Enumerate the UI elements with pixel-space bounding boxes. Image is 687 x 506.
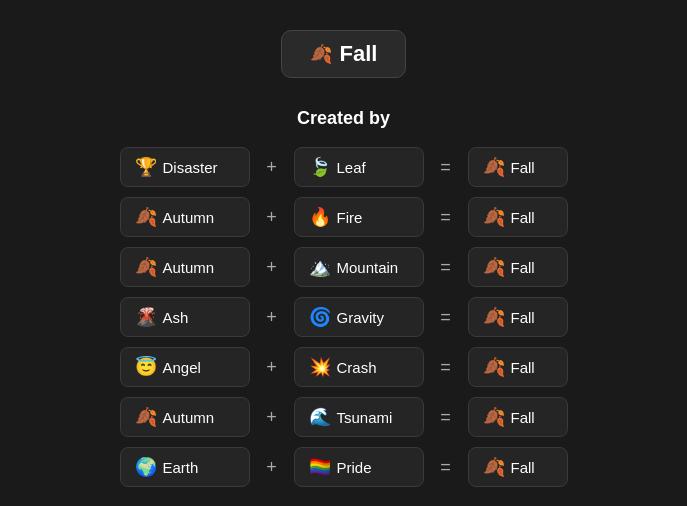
right-emoji-4: 💥 bbox=[309, 356, 331, 378]
plus-operator-3: + bbox=[264, 307, 280, 328]
left-element-3[interactable]: 🌋 Ash bbox=[120, 297, 250, 337]
equals-operator-1: = bbox=[438, 207, 454, 228]
result-element-4[interactable]: 🍂 Fall bbox=[468, 347, 568, 387]
table-row: 🍂 Autumn + 🔥 Fire = 🍂 Fall bbox=[120, 197, 568, 237]
right-label-0: Leaf bbox=[337, 159, 366, 176]
right-label-1: Fire bbox=[337, 209, 363, 226]
left-emoji-3: 🌋 bbox=[135, 306, 157, 328]
plus-operator-2: + bbox=[264, 257, 280, 278]
right-emoji-3: 🌀 bbox=[309, 306, 331, 328]
right-emoji-5: 🌊 bbox=[309, 406, 331, 428]
result-label-5: Fall bbox=[511, 409, 535, 426]
equals-operator-2: = bbox=[438, 257, 454, 278]
left-emoji-6: 🌍 bbox=[135, 456, 157, 478]
left-emoji-0: 🏆 bbox=[135, 156, 157, 178]
right-element-1[interactable]: 🔥 Fire bbox=[294, 197, 424, 237]
left-emoji-5: 🍂 bbox=[135, 406, 157, 428]
left-label-6: Earth bbox=[163, 459, 199, 476]
equals-operator-6: = bbox=[438, 457, 454, 478]
title-container: 🍂 Fall bbox=[281, 30, 407, 78]
table-row: 😇 Angel + 💥 Crash = 🍂 Fall bbox=[120, 347, 568, 387]
result-emoji-1: 🍂 bbox=[483, 206, 505, 228]
result-label-3: Fall bbox=[511, 309, 535, 326]
result-label-6: Fall bbox=[511, 459, 535, 476]
left-element-4[interactable]: 😇 Angel bbox=[120, 347, 250, 387]
right-element-4[interactable]: 💥 Crash bbox=[294, 347, 424, 387]
result-element-3[interactable]: 🍂 Fall bbox=[468, 297, 568, 337]
left-label-4: Angel bbox=[163, 359, 201, 376]
left-emoji-4: 😇 bbox=[135, 356, 157, 378]
section-label: Created by bbox=[297, 108, 390, 129]
equals-operator-0: = bbox=[438, 157, 454, 178]
result-label-1: Fall bbox=[511, 209, 535, 226]
result-emoji-2: 🍂 bbox=[483, 256, 505, 278]
equals-operator-5: = bbox=[438, 407, 454, 428]
right-emoji-2: 🏔️ bbox=[309, 256, 331, 278]
right-label-6: Pride bbox=[337, 459, 372, 476]
table-row: 🏆 Disaster + 🍃 Leaf = 🍂 Fall bbox=[120, 147, 568, 187]
result-element-1[interactable]: 🍂 Fall bbox=[468, 197, 568, 237]
result-element-2[interactable]: 🍂 Fall bbox=[468, 247, 568, 287]
equals-operator-4: = bbox=[438, 357, 454, 378]
left-element-5[interactable]: 🍂 Autumn bbox=[120, 397, 250, 437]
table-row: 🍂 Autumn + 🏔️ Mountain = 🍂 Fall bbox=[120, 247, 568, 287]
title-emoji: 🍂 bbox=[310, 43, 332, 65]
left-label-1: Autumn bbox=[163, 209, 215, 226]
right-emoji-1: 🔥 bbox=[309, 206, 331, 228]
result-element-5[interactable]: 🍂 Fall bbox=[468, 397, 568, 437]
result-emoji-3: 🍂 bbox=[483, 306, 505, 328]
left-label-2: Autumn bbox=[163, 259, 215, 276]
left-label-0: Disaster bbox=[163, 159, 218, 176]
table-row: 🍂 Autumn + 🌊 Tsunami = 🍂 Fall bbox=[120, 397, 568, 437]
result-label-2: Fall bbox=[511, 259, 535, 276]
table-row: 🌋 Ash + 🌀 Gravity = 🍂 Fall bbox=[120, 297, 568, 337]
right-element-0[interactable]: 🍃 Leaf bbox=[294, 147, 424, 187]
equals-operator-3: = bbox=[438, 307, 454, 328]
right-emoji-6: 🏳️‍🌈 bbox=[309, 456, 331, 478]
left-element-6[interactable]: 🌍 Earth bbox=[120, 447, 250, 487]
right-element-5[interactable]: 🌊 Tsunami bbox=[294, 397, 424, 437]
result-emoji-0: 🍂 bbox=[483, 156, 505, 178]
right-element-6[interactable]: 🏳️‍🌈 Pride bbox=[294, 447, 424, 487]
left-element-2[interactable]: 🍂 Autumn bbox=[120, 247, 250, 287]
left-label-5: Autumn bbox=[163, 409, 215, 426]
right-emoji-0: 🍃 bbox=[309, 156, 331, 178]
result-element-6[interactable]: 🍂 Fall bbox=[468, 447, 568, 487]
plus-operator-4: + bbox=[264, 357, 280, 378]
left-label-3: Ash bbox=[163, 309, 189, 326]
left-emoji-2: 🍂 bbox=[135, 256, 157, 278]
right-label-2: Mountain bbox=[337, 259, 399, 276]
left-element-0[interactable]: 🏆 Disaster bbox=[120, 147, 250, 187]
result-label-0: Fall bbox=[511, 159, 535, 176]
plus-operator-1: + bbox=[264, 207, 280, 228]
left-emoji-1: 🍂 bbox=[135, 206, 157, 228]
result-emoji-6: 🍂 bbox=[483, 456, 505, 478]
plus-operator-5: + bbox=[264, 407, 280, 428]
right-element-2[interactable]: 🏔️ Mountain bbox=[294, 247, 424, 287]
right-label-3: Gravity bbox=[337, 309, 385, 326]
title-label: Fall bbox=[340, 41, 378, 67]
table-row: 🌍 Earth + 🏳️‍🌈 Pride = 🍂 Fall bbox=[120, 447, 568, 487]
result-element-0[interactable]: 🍂 Fall bbox=[468, 147, 568, 187]
result-label-4: Fall bbox=[511, 359, 535, 376]
left-element-1[interactable]: 🍂 Autumn bbox=[120, 197, 250, 237]
right-label-5: Tsunami bbox=[337, 409, 393, 426]
result-emoji-5: 🍂 bbox=[483, 406, 505, 428]
combinations-container: 🏆 Disaster + 🍃 Leaf = 🍂 Fall 🍂 Autumn + … bbox=[0, 147, 687, 487]
title-badge: 🍂 Fall bbox=[281, 30, 407, 78]
right-label-4: Crash bbox=[337, 359, 377, 376]
result-emoji-4: 🍂 bbox=[483, 356, 505, 378]
right-element-3[interactable]: 🌀 Gravity bbox=[294, 297, 424, 337]
plus-operator-0: + bbox=[264, 157, 280, 178]
plus-operator-6: + bbox=[264, 457, 280, 478]
